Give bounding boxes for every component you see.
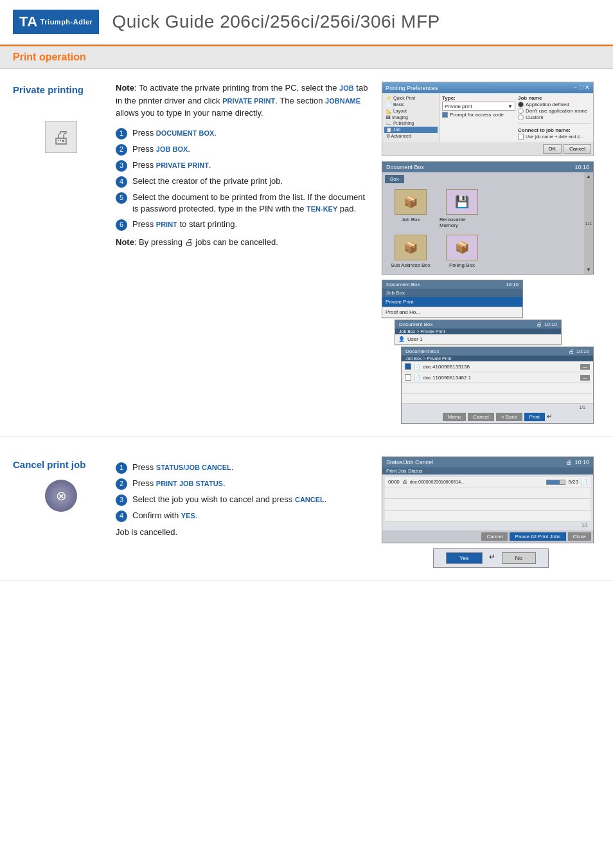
enter-icon: ↵	[547, 413, 552, 421]
removable-memory-item[interactable]: 💾 Removable Memory	[440, 189, 484, 228]
note2-label: Note	[116, 237, 134, 247]
user-1-item[interactable]: 👤 User 1	[395, 334, 561, 345]
divider	[518, 123, 591, 124]
cancel-step-3: 3 Select the job you wish to cancel and …	[116, 494, 369, 506]
sjc-body: 0000 🖨 doc:00000020010600514... 5/23 📄 1…	[382, 475, 593, 530]
sjc-cancel-btn[interactable]: Cancel	[481, 532, 508, 541]
dl-print-btn[interactable]: Print	[524, 413, 545, 421]
sidebar-publishing[interactable]: 📖 Publishing	[384, 120, 438, 127]
sidebar-imaging[interactable]: 🖼 Imaging	[384, 114, 438, 120]
type-select[interactable]: Private print ▼	[442, 102, 515, 111]
cancel-print-section: Cancel print job ⊗ 1 Press STATUS/JOB CA…	[0, 444, 613, 581]
main-content: Private printing 🖨 Note: To activate the…	[0, 69, 613, 581]
status-icon-glyph: ⊗	[56, 488, 67, 503]
private-printing-section: Private printing 🖨 Note: To activate the…	[0, 69, 613, 437]
step-3-text: Press PRIVATE PRINT.	[132, 159, 211, 171]
dl-cancel-btn[interactable]: Cancel	[468, 413, 494, 421]
logo-ta: TA	[19, 14, 38, 30]
section-right-cancel: Status/Job Cancel. 🖨 10:10 Print Job Sta…	[382, 457, 600, 568]
sjc-progress-text: 5/23	[568, 479, 578, 485]
driver-col-right: Job name Application defined Don't use a…	[518, 95, 591, 140]
proof-hold-item[interactable]: Proof and Ho...	[382, 307, 522, 318]
private-print-step-label: PRIVATE PRINT	[156, 161, 209, 169]
scroll-down-1[interactable]: ▼	[586, 267, 591, 273]
doc-2-checkbox[interactable]	[405, 374, 411, 381]
step-num-4: 4	[116, 176, 127, 188]
dl-menu-btn[interactable]: Menu	[443, 413, 466, 421]
printer-icon-box: 🖨	[45, 121, 77, 153]
job-box-screen: Document Box 10:10 Job Box Private Print…	[382, 280, 523, 318]
driver-ok-btn[interactable]: OK	[543, 144, 562, 154]
yes-button[interactable]: Yes	[446, 552, 483, 564]
db-title-1: Document Box	[386, 164, 424, 170]
doc-1-icon: 📄	[414, 364, 420, 370]
scroll-up-1[interactable]: ▲	[586, 174, 591, 179]
job-box-item[interactable]: 📦 Job Box	[388, 189, 433, 228]
driver-cancel-btn[interactable]: Cancel	[564, 144, 591, 154]
no-button[interactable]: No	[502, 552, 537, 564]
sidebar-layout[interactable]: 📐 Layout	[384, 108, 438, 114]
prompt-checkbox[interactable]	[442, 112, 448, 118]
ten-key-label: TEN-KEY	[306, 205, 337, 213]
doc-1-badge: —	[580, 364, 590, 370]
sjc-empty-2	[385, 499, 591, 511]
sjc-pause-btn[interactable]: Pause All Print Jobs	[510, 532, 565, 541]
db-content-1: Box 📦 Job Box 💾 Removable Memory	[382, 172, 584, 274]
private-print-item[interactable]: Private Print	[382, 297, 522, 307]
us-title: Document Box	[399, 321, 432, 327]
db-tab-1[interactable]: Box	[385, 175, 404, 183]
step-5-text: Select the document to be printed from t…	[132, 192, 369, 215]
sjc-close-btn[interactable]: Close	[568, 532, 591, 541]
doc-1-row[interactable]: 📄 doc 4100908135138 —	[402, 361, 593, 372]
sub-address-label: Sub Address Box	[391, 262, 430, 268]
section-title: Print operation	[13, 51, 86, 62]
cancel-step-4-text: Confirm with YES.	[132, 510, 198, 521]
dl-footer: 1/1	[402, 404, 593, 411]
use-job-name-checkbox[interactable]	[518, 134, 524, 140]
no-app-name-radio[interactable]	[518, 108, 524, 114]
sjc-printer-icon: 🖨	[566, 459, 572, 466]
job-box-label: Job Box	[402, 217, 420, 222]
yn-buttons: Yes ↵ No	[434, 549, 548, 567]
sidebar-advanced[interactable]: ⚙ Advanced	[384, 133, 438, 140]
us-header-right: 🖨 10:10	[537, 321, 557, 327]
printer-icon: 🖨	[52, 127, 70, 148]
sjc-job-icon: 🖨	[402, 479, 407, 485]
yes-label: YES	[181, 512, 195, 520]
status-cancel-icon: ⊗	[45, 480, 77, 512]
job-box-label: JOB BOX	[156, 145, 188, 153]
use-job-name-row: Use job name + date and #...	[518, 134, 591, 140]
custom-radio[interactable]	[518, 114, 524, 120]
sjc-job-num: 0000	[388, 479, 400, 485]
doc-1-checkbox[interactable]	[405, 363, 411, 370]
doc-2-row[interactable]: 📄 doc 110090813482 1 —	[402, 372, 593, 383]
dl-back-btn[interactable]: < Back	[496, 413, 522, 421]
sub-address-item[interactable]: 📦 Sub Address Box	[388, 235, 433, 268]
sidebar-quick-print[interactable]: ⚡ Quick Print	[384, 95, 438, 102]
driver-titlebar: Printing Preferences － □ ✕	[382, 82, 593, 93]
sub-address-icon: 📦	[395, 235, 427, 260]
app-defined-radio[interactable]	[518, 102, 524, 107]
print-label: PRINT	[156, 221, 177, 228]
removable-memory-label: Removable Memory	[440, 217, 484, 228]
prompt-checkbox-row: Prompt for access code	[442, 112, 515, 118]
jb-body: Private Print Proof and Ho...	[382, 297, 522, 318]
step-num-2: 2	[116, 144, 127, 156]
sjc-header-right: 🖨 10:10	[566, 459, 589, 466]
type-label: Type:	[442, 95, 515, 101]
connect-job-name-label: Connect to job name:	[518, 127, 591, 133]
jb-time: 10:10	[506, 282, 519, 287]
sjc-footer: Cancel Pause All Print Jobs Close	[382, 530, 593, 543]
sidebar-job[interactable]: 📋 Job	[384, 127, 438, 133]
driver-main-cols: Type: Private print ▼ Prompt for access …	[442, 95, 591, 140]
sjc-empty-1	[385, 487, 591, 499]
driver-controls: － □ ✕	[573, 84, 590, 92]
driver-title: Printing Preferences	[386, 85, 438, 91]
yn-dialog: Yes ↵ No	[433, 548, 549, 568]
page-title: Quick Guide 206ci/256ci/256i/306i MFP	[112, 12, 440, 32]
job-box-icon: 📦	[395, 189, 427, 215]
doc-list-screen: Document Box 🖨 10:10 Job Box > Private P…	[401, 347, 594, 424]
sidebar-basic[interactable]: 📄 Basic	[384, 102, 438, 108]
sjc-progress-fill	[547, 480, 560, 484]
polling-box-item[interactable]: 📦 Polling Box	[440, 235, 484, 268]
